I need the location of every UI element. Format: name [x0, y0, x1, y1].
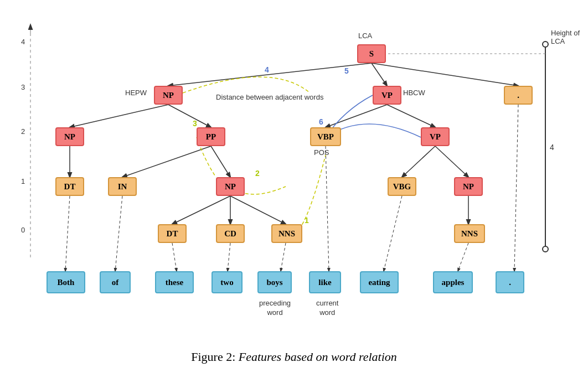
dist-num-3: 3	[193, 119, 197, 128]
svg-line-25	[281, 243, 286, 271]
node-CD: CD	[216, 224, 245, 243]
y-label-0: 0	[21, 226, 25, 234]
height-lca-label: Height of LCA	[551, 29, 588, 45]
node-PP: PP	[197, 127, 225, 146]
dist-num-1: 1	[305, 216, 309, 225]
y-label-2: 2	[21, 127, 25, 136]
node-DT2: DT	[158, 224, 187, 243]
word-boys: boys	[257, 271, 292, 293]
word-both: Both	[47, 271, 85, 293]
svg-line-24	[228, 243, 230, 271]
svg-line-16	[435, 146, 468, 177]
word-like: like	[309, 271, 341, 293]
dist-num-5: 5	[344, 66, 349, 75]
word-of: of	[100, 271, 131, 293]
svg-line-26	[326, 146, 329, 271]
svg-line-19	[230, 196, 286, 224]
dist-num-2: 2	[255, 169, 260, 178]
hbcw-label: HBCW	[403, 89, 425, 97]
svg-line-8	[70, 105, 168, 127]
svg-line-13	[122, 146, 211, 177]
hepw-label: HEPW	[125, 89, 147, 97]
node-DT1: DT	[55, 177, 84, 196]
preceding-word-label: precedingword	[259, 299, 291, 318]
svg-line-22	[115, 196, 122, 271]
word-apples: apples	[433, 271, 473, 293]
node-S: S	[357, 44, 386, 63]
word-two: two	[212, 271, 243, 293]
node-IN: IN	[108, 177, 137, 196]
node-VP2: VP	[421, 127, 450, 146]
distance-label: Distance between adjacent words	[216, 93, 323, 101]
current-word-label: currentword	[316, 299, 338, 318]
svg-line-14	[211, 146, 230, 177]
svg-line-27	[384, 196, 402, 271]
y-label-1: 1	[21, 177, 25, 185]
node-VBP: VBP	[310, 127, 341, 146]
dist-num-4-top: 4	[265, 65, 269, 74]
height-lca-value: 4	[550, 143, 554, 152]
svg-point-2	[543, 42, 548, 47]
node-VBG: VBG	[388, 177, 416, 196]
node-NP2: NP	[55, 127, 84, 146]
svg-line-10	[326, 105, 387, 127]
node-dot1: .	[504, 86, 533, 105]
svg-line-29	[514, 105, 518, 271]
svg-line-6	[372, 63, 387, 86]
svg-line-17	[172, 196, 230, 224]
node-VP1: VP	[373, 86, 401, 105]
svg-line-9	[168, 105, 211, 127]
word-eating: eating	[360, 271, 399, 293]
y-label-4: 4	[21, 38, 25, 46]
lca-label: LCA	[358, 32, 372, 40]
svg-line-5	[168, 63, 372, 86]
word-dot2: .	[496, 271, 524, 293]
svg-line-28	[458, 243, 468, 271]
svg-line-15	[402, 146, 435, 177]
figure-caption: Figure 2: Features based on word relatio…	[0, 343, 588, 366]
node-NP3: NP	[216, 177, 245, 196]
y-label-3: 3	[21, 83, 25, 91]
pos-label: POS	[314, 148, 329, 157]
dist-num-6: 6	[319, 117, 323, 126]
svg-line-7	[372, 63, 518, 86]
node-NNS1: NNS	[271, 224, 302, 243]
svg-point-3	[543, 246, 548, 252]
word-these: these	[155, 271, 194, 293]
figure-caption-italic: Features based on word relation	[239, 350, 397, 364]
svg-line-23	[172, 243, 177, 271]
node-NP4: NP	[454, 177, 483, 196]
node-NNS2: NNS	[454, 224, 485, 243]
svg-line-21	[65, 196, 70, 271]
svg-line-11	[387, 105, 435, 127]
figure-caption-label: Figure 2:	[191, 350, 239, 364]
node-NP1: NP	[154, 86, 183, 105]
